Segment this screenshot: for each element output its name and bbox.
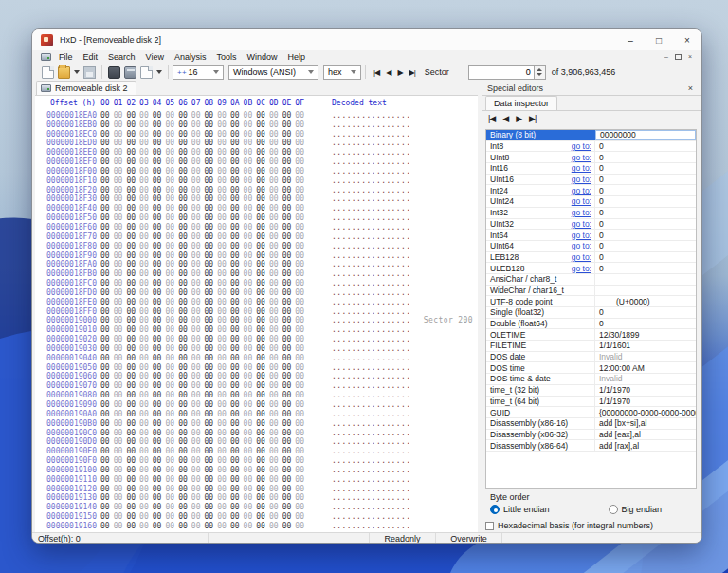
inspector-value[interactable]: 1/1/1601 xyxy=(595,341,696,351)
byte-cell[interactable]: 00 xyxy=(282,410,296,419)
byte-cell[interactable]: 00 xyxy=(191,381,205,391)
inspector-value[interactable]: 1/1/1970 xyxy=(595,397,696,407)
byte-cell[interactable]: 00 xyxy=(191,372,205,381)
inspector-value[interactable]: Invalid xyxy=(595,352,696,362)
byte-cell[interactable]: 00 xyxy=(244,400,257,410)
byte-cell[interactable]: 00 xyxy=(114,335,127,344)
spin-down-icon[interactable] xyxy=(537,73,542,76)
inspector-value[interactable]: add [eax],al xyxy=(595,430,696,440)
byte-cell[interactable]: 00 xyxy=(139,260,153,269)
decoded-text[interactable]: ................ xyxy=(332,475,410,485)
byte-cell[interactable]: 00 xyxy=(295,213,308,223)
byte-cell[interactable]: 00 xyxy=(205,298,218,307)
byte-cell[interactable]: 00 xyxy=(153,493,166,503)
byte-cell[interactable]: 00 xyxy=(100,213,114,223)
byte-cell[interactable]: 00 xyxy=(295,269,308,279)
byte-cell[interactable]: 00 xyxy=(269,512,282,522)
byte-cell[interactable]: 00 xyxy=(217,391,230,400)
byte-cell[interactable]: 00 xyxy=(205,120,218,130)
byte-cell[interactable]: 00 xyxy=(165,242,178,251)
byte-cell[interactable]: 00 xyxy=(139,325,153,335)
inspector-value[interactable]: 0 xyxy=(595,185,696,195)
byte-cell[interactable]: 00 xyxy=(178,157,191,167)
first-sector-button[interactable]: |◀ xyxy=(373,68,379,77)
title-bar[interactable]: HxD - [Removeable disk 2] – □ × xyxy=(32,29,701,50)
byte-cell[interactable]: 00 xyxy=(282,522,296,531)
byte-cell[interactable]: 00 xyxy=(114,400,127,410)
byte-cell[interactable]: 00 xyxy=(178,335,191,344)
decoded-text[interactable]: ................ xyxy=(332,485,410,494)
byte-cell[interactable]: 00 xyxy=(205,493,218,503)
byte-cell[interactable]: 00 xyxy=(165,288,178,298)
byte-cell[interactable]: 00 xyxy=(295,400,308,410)
byte-cell[interactable]: 00 xyxy=(139,437,153,447)
byte-cell[interactable]: 00 xyxy=(282,298,296,307)
decoded-text[interactable]: ................ xyxy=(332,232,410,242)
byte-cell[interactable]: 00 xyxy=(153,204,166,213)
goto-link[interactable]: go to: xyxy=(572,186,592,195)
chevron-down-icon[interactable] xyxy=(308,70,314,74)
byte-cell[interactable]: 00 xyxy=(126,148,139,157)
byte-cell[interactable]: 00 xyxy=(191,111,205,120)
byte-cell[interactable]: 00 xyxy=(126,176,139,186)
byte-cell[interactable]: 00 xyxy=(244,344,257,354)
export-dropdown-icon[interactable] xyxy=(156,70,162,74)
byte-cell[interactable]: 00 xyxy=(205,269,218,279)
inspector-value[interactable]: 0 xyxy=(595,175,696,185)
child-restore-icon[interactable] xyxy=(675,54,682,60)
byte-cell[interactable]: 00 xyxy=(217,157,230,167)
byte-cell[interactable]: 00 xyxy=(126,167,139,176)
byte-cell[interactable]: 00 xyxy=(282,186,296,195)
byte-cell[interactable]: 00 xyxy=(256,111,269,120)
byte-cell[interactable]: 00 xyxy=(282,130,296,139)
byte-cell[interactable]: 00 xyxy=(126,307,139,317)
decoded-text[interactable]: ................ xyxy=(332,120,410,130)
byte-cell[interactable]: 00 xyxy=(165,204,178,213)
byte-cell[interactable]: 00 xyxy=(205,466,218,475)
byte-cell[interactable]: 00 xyxy=(114,194,127,204)
byte-cell[interactable]: 00 xyxy=(178,176,191,186)
byte-cell[interactable]: 00 xyxy=(178,194,191,204)
decoded-text[interactable]: ................ xyxy=(332,447,410,456)
byte-cell[interactable]: 00 xyxy=(244,325,257,335)
inspector-value[interactable]: 1/1/1970 xyxy=(595,385,696,396)
byte-cell[interactable]: 00 xyxy=(165,354,178,363)
byte-cell[interactable]: 00 xyxy=(100,419,114,429)
byte-cell[interactable]: 00 xyxy=(217,363,230,373)
byte-cell[interactable]: 00 xyxy=(100,325,114,335)
byte-cell[interactable]: 00 xyxy=(256,260,269,269)
byte-cell[interactable]: 00 xyxy=(256,120,269,130)
prev-sector-button[interactable]: ◀ xyxy=(386,68,391,77)
byte-cell[interactable]: 00 xyxy=(205,354,218,363)
byte-cell[interactable]: 00 xyxy=(205,522,218,531)
byte-cell[interactable]: 00 xyxy=(139,512,153,522)
byte-cell[interactable]: 00 xyxy=(282,493,296,503)
byte-cell[interactable]: 00 xyxy=(191,242,205,251)
byte-cell[interactable]: 00 xyxy=(153,419,166,429)
byte-cell[interactable]: 00 xyxy=(295,111,308,120)
byte-cell[interactable]: 00 xyxy=(126,410,139,419)
close-special-editors-icon[interactable]: × xyxy=(688,83,693,93)
byte-cell[interactable]: 00 xyxy=(230,325,244,335)
byte-cell[interactable]: 00 xyxy=(205,437,218,447)
byte-cell[interactable]: 00 xyxy=(114,167,127,176)
byte-cell[interactable]: 00 xyxy=(205,503,218,512)
byte-cell[interactable]: 00 xyxy=(282,242,296,251)
menu-item-search[interactable]: Search xyxy=(108,52,136,62)
byte-cell[interactable]: 00 xyxy=(205,186,218,195)
byte-cell[interactable]: 00 xyxy=(230,493,244,503)
byte-cell[interactable]: 00 xyxy=(178,437,191,447)
byte-cell[interactable]: 00 xyxy=(139,186,153,195)
byte-cell[interactable]: 00 xyxy=(114,298,127,307)
byte-cell[interactable]: 00 xyxy=(217,429,230,438)
inspector-next-button[interactable]: ▶ xyxy=(516,114,521,123)
byte-cell[interactable]: 00 xyxy=(100,335,114,344)
byte-cell[interactable]: 00 xyxy=(178,242,191,251)
byte-cell[interactable]: 00 xyxy=(230,260,244,269)
hex-editor-panel[interactable]: Offset (h) 000102030405060708090A0B0C0D0… xyxy=(35,96,478,532)
byte-cell[interactable]: 00 xyxy=(139,213,153,223)
byte-cell[interactable]: 00 xyxy=(139,232,153,242)
byte-cell[interactable]: 00 xyxy=(244,316,257,325)
byte-cell[interactable]: 00 xyxy=(295,456,308,466)
byte-cell[interactable]: 00 xyxy=(100,157,114,167)
